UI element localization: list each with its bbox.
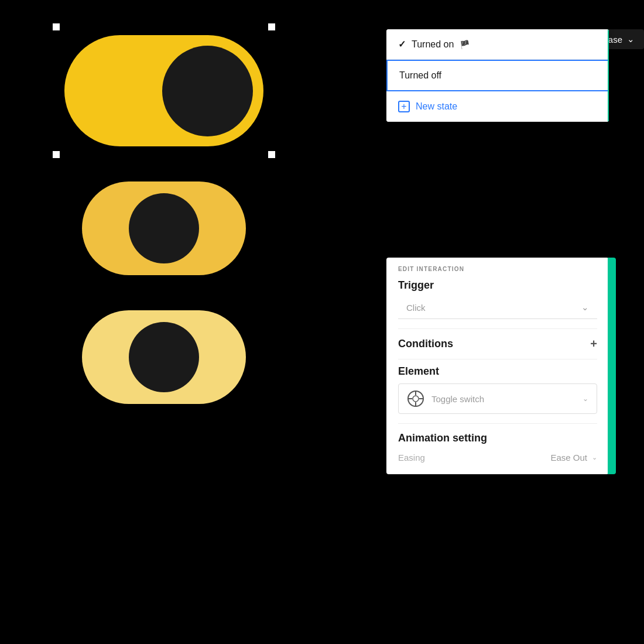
- easing-dropdown[interactable]: Ease Out ⌄: [550, 453, 597, 463]
- svg-point-1: [413, 396, 419, 402]
- state-turned-on-label: Turned on: [412, 39, 454, 50]
- toggle-off-wrapper: [82, 310, 246, 404]
- toggle-knob-off: [129, 322, 199, 392]
- conditions-row: Conditions +: [386, 329, 609, 359]
- toggle-on-wrapper: [64, 35, 263, 146]
- trigger-title: Trigger: [386, 276, 609, 294]
- handle-br[interactable]: [268, 151, 275, 158]
- easing-row: Easing Ease Out ⌄: [386, 448, 609, 474]
- trigger-value: Click: [406, 303, 426, 313]
- toggle-knob-on: [162, 46, 253, 136]
- conditions-title: Conditions: [398, 338, 453, 350]
- state-turned-off-input[interactable]: [399, 70, 596, 81]
- target-icon: [407, 390, 424, 407]
- toggle-knob-mid: [129, 193, 199, 263]
- new-state-label: New state: [416, 101, 457, 112]
- trigger-dropdown[interactable]: Click ⌄: [398, 296, 597, 319]
- animation-title: Animation setting: [386, 424, 609, 448]
- element-value: Toggle switch: [431, 394, 576, 404]
- state-item-turned-off[interactable]: [386, 60, 609, 91]
- toggle-switch-on[interactable]: [64, 35, 263, 146]
- canvas-area: [0, 0, 328, 644]
- states-panel: ✓ Turned on 🏴 + New state: [386, 29, 609, 122]
- element-chevron-icon: ⌄: [583, 395, 588, 403]
- element-title: Element: [386, 359, 609, 381]
- state-item-turned-on[interactable]: ✓ Turned on 🏴: [386, 29, 609, 60]
- handle-tl[interactable]: [53, 23, 60, 30]
- interaction-panel: EDIT INTERACTION Trigger Click ⌄ Conditi…: [386, 258, 609, 474]
- handle-tr[interactable]: [268, 23, 275, 30]
- right-panel: ✓ Turned on 🏴 + New state EDIT INTERACTI…: [381, 0, 644, 644]
- element-selector[interactable]: Toggle switch ⌄: [398, 383, 597, 414]
- check-icon: ✓: [398, 39, 406, 50]
- state-flag-icon: 🏴: [460, 40, 470, 49]
- easing-value: Ease Out: [550, 453, 587, 463]
- toggle-switch-mid[interactable]: [82, 181, 246, 275]
- toggle-switch-off[interactable]: [82, 310, 246, 404]
- toggle-mid-wrapper: [82, 181, 246, 275]
- trigger-chevron-icon: ⌄: [581, 302, 589, 313]
- handle-bl[interactable]: [53, 151, 60, 158]
- new-state-button[interactable]: + New state: [386, 91, 609, 122]
- easing-chevron-icon: ⌄: [592, 454, 597, 461]
- new-state-icon: +: [398, 101, 410, 112]
- conditions-add-button[interactable]: +: [590, 337, 597, 351]
- edit-interaction-label: EDIT INTERACTION: [386, 258, 609, 276]
- easing-label: Easing: [398, 453, 425, 463]
